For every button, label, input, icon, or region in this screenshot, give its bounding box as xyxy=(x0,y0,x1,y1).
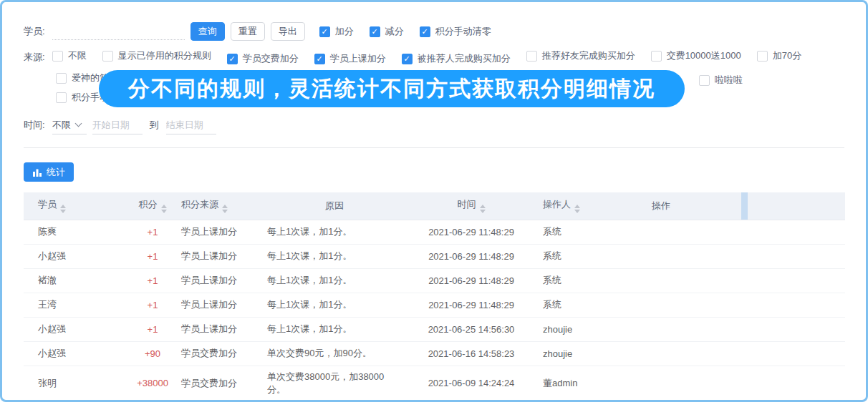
cell-filler xyxy=(704,293,845,317)
col-header-label: 学员 xyxy=(38,199,57,210)
cell-source: 学员上课加分 xyxy=(181,293,267,317)
start-date-input[interactable] xyxy=(92,116,143,134)
sort-icon[interactable] xyxy=(161,205,167,213)
cell-operator: zhoujie xyxy=(532,317,618,341)
checkbox-label: 推荐好友完成购买加分 xyxy=(542,49,635,62)
export-button[interactable]: 导出 xyxy=(271,22,305,41)
type-filter-group: ✓加分✓减分✓积分手动清零 xyxy=(319,25,507,38)
checkbox-unchecked-icon xyxy=(56,73,67,84)
time-range-select[interactable]: 不限 xyxy=(52,116,87,134)
divider xyxy=(24,147,844,148)
reset-button[interactable]: 重置 xyxy=(231,22,265,41)
filter-checkbox[interactable]: 交费10000送1000 xyxy=(651,49,741,62)
col-header-action: 操作 xyxy=(618,192,704,220)
sort-icon[interactable] xyxy=(480,205,486,213)
checkbox-checked-icon: ✓ xyxy=(370,26,380,37)
table-header-row: 学员积分积分来源原因时间操作人操作 xyxy=(24,192,845,220)
sort-icon[interactable] xyxy=(222,205,228,213)
cell-filler xyxy=(704,341,845,366)
checkbox-unchecked-icon xyxy=(651,51,662,62)
cell-action xyxy=(618,366,704,401)
cell-filler xyxy=(704,366,845,401)
cell-operator: 董admin xyxy=(532,366,618,401)
cell-action xyxy=(618,317,704,341)
filter-checkbox[interactable]: ✓学员上课加分 xyxy=(314,52,386,65)
page-content: 学员: 查询 重置 导出 ✓加分✓减分✓积分手动清零 来源: 不限显示已停用的积… xyxy=(2,2,866,401)
scrollbar-stripe[interactable] xyxy=(741,192,748,220)
cell-points: +1 xyxy=(124,244,181,268)
filter-checkbox[interactable]: 显示已停用的积分规则 xyxy=(102,49,211,62)
sort-icon[interactable] xyxy=(60,205,66,213)
cell-points: +38000 xyxy=(124,366,181,401)
cell-time: 2021-06-29 11:48:29 xyxy=(410,268,532,293)
filter-checkbox[interactable]: ✓学员交费加分 xyxy=(227,52,299,65)
cell-reason: 每上1次课，加1分。 xyxy=(267,244,410,268)
filter-checkbox[interactable]: 不限 xyxy=(52,49,87,62)
promo-banner: 分不同的规则，灵活统计不同方式获取积分明细情况 xyxy=(99,70,685,107)
col-header-source[interactable]: 积分来源 xyxy=(181,192,267,220)
checkbox-unchecked-icon xyxy=(56,92,67,103)
stats-button[interactable]: 统计 xyxy=(24,162,74,182)
filter-checkbox[interactable]: 啦啦啦 xyxy=(699,74,743,87)
cell-source: 学员上课加分 xyxy=(181,268,267,293)
checkbox-unchecked-icon xyxy=(102,51,113,62)
cell-time: 2021-06-29 11:48:29 xyxy=(410,220,532,244)
cell-reason: 每上1次课，加1分。 xyxy=(267,317,410,341)
cell-filler xyxy=(704,268,845,293)
checkbox-checked-icon: ✓ xyxy=(420,26,430,37)
table-body: 陈爽+1学员上课加分每上1次课，加1分。2021-06-29 11:48:29系… xyxy=(24,220,845,401)
cell-reason: 单次交费38000元，加38000分。 xyxy=(267,366,410,401)
student-search-input[interactable] xyxy=(52,23,185,40)
filter-checkbox[interactable]: 加70分 xyxy=(757,49,801,62)
cell-points: +90 xyxy=(124,341,181,366)
cell-student: 王湾 xyxy=(24,293,124,317)
cell-action xyxy=(618,220,704,244)
filter-checkbox[interactable]: ✓加分 xyxy=(319,25,354,38)
checkbox-label: 加分 xyxy=(335,25,354,38)
filter-checkbox[interactable]: ✓积分手动清零 xyxy=(420,25,491,38)
cell-filler xyxy=(704,220,845,244)
date-to-label: 到 xyxy=(150,119,159,132)
checkbox-label: 不限 xyxy=(68,49,87,62)
cell-student: 小赵强 xyxy=(24,244,124,268)
cell-action xyxy=(618,341,704,366)
cell-reason: 每上1次课，加1分。 xyxy=(267,293,410,317)
checkbox-label: 学员上课加分 xyxy=(330,52,386,65)
col-header-points[interactable]: 积分 xyxy=(124,192,181,220)
filter-checkbox[interactable]: ✓被推荐人完成购买加分 xyxy=(402,52,511,65)
checkbox-label: 交费10000送1000 xyxy=(667,49,741,62)
table-row: 小赵强+90学员交费加分单次交费90元，加90分。2021-06-16 14:5… xyxy=(24,341,845,366)
chevron-down-icon xyxy=(74,120,82,127)
checkbox-label: 被推荐人完成购买加分 xyxy=(418,52,511,65)
cell-source: 学员交费加分 xyxy=(181,341,267,366)
checkbox-unchecked-icon xyxy=(526,51,537,62)
col-header-label: 原因 xyxy=(325,200,344,211)
cell-student: 褚澈 xyxy=(24,268,124,293)
table-row: 王湾+1学员上课加分每上1次课，加1分。2021-06-29 11:48:29系… xyxy=(24,293,845,317)
points-detail-page: 学员: 查询 重置 导出 ✓加分✓减分✓积分手动清零 来源: 不限显示已停用的积… xyxy=(0,0,868,402)
bar-chart-icon xyxy=(32,167,42,177)
cell-student: 张明 xyxy=(24,366,124,401)
table-row: 陈爽+1学员上课加分每上1次课，加1分。2021-06-29 11:48:29系… xyxy=(24,220,845,244)
cell-points: +1 xyxy=(124,268,181,293)
cell-action xyxy=(618,244,704,268)
filter-checkbox[interactable]: 推荐好友完成购买加分 xyxy=(526,49,635,62)
cell-time: 2021-06-29 11:48:29 xyxy=(410,293,532,317)
sort-icon[interactable] xyxy=(574,205,580,213)
checkbox-label: 积分手动清零 xyxy=(435,25,491,38)
time-label: 时间: xyxy=(24,119,45,132)
checkbox-checked-icon: ✓ xyxy=(227,54,238,64)
cell-filler xyxy=(704,317,845,341)
col-header-student[interactable]: 学员 xyxy=(24,192,124,220)
checkbox-label: 显示已停用的积分规则 xyxy=(118,49,211,62)
filter-checkbox[interactable]: ✓减分 xyxy=(370,25,404,38)
end-date-input[interactable] xyxy=(166,116,216,134)
query-button[interactable]: 查询 xyxy=(191,22,225,41)
checkbox-label: 减分 xyxy=(385,25,404,38)
time-range-value: 不限 xyxy=(52,119,71,132)
col-header-label: 时间 xyxy=(458,199,476,210)
cell-source: 学员交费加分 xyxy=(181,366,267,401)
col-header-time[interactable]: 时间 xyxy=(410,192,532,220)
cell-student: 小赵强 xyxy=(24,341,124,366)
col-header-operator[interactable]: 操作人 xyxy=(532,192,618,220)
